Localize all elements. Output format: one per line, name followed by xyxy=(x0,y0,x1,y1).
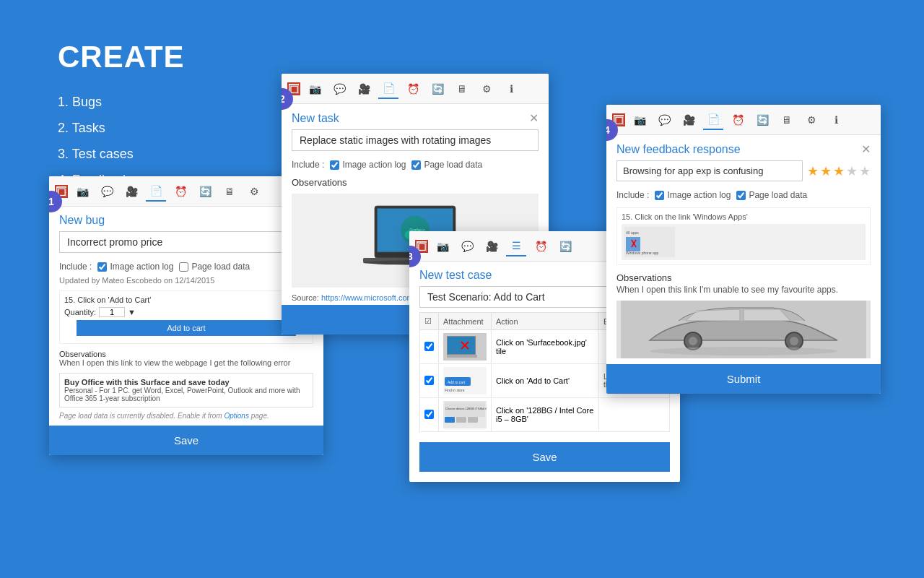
loop-icon[interactable]: 🔄 xyxy=(195,181,215,202)
fb-include-row: Include : Image action log Page load dat… xyxy=(606,186,881,204)
task-close-button[interactable]: ✕ xyxy=(529,111,539,125)
svg-rect-24 xyxy=(468,417,478,423)
page-load-note: Page load data is currently disabled. En… xyxy=(49,410,323,426)
video-icon3[interactable]: 🎥 xyxy=(481,236,502,256)
task-include-page-load[interactable]: Page load data xyxy=(411,160,482,170)
fb-input-row: ★ ★ ★ ★ ★ xyxy=(606,160,881,186)
svg-point-33 xyxy=(689,337,697,345)
camera-icon2[interactable]: 📷 xyxy=(305,79,325,99)
monitor-icon4[interactable]: 🖥 xyxy=(777,110,797,130)
tc-thumb-1 xyxy=(443,333,487,361)
add-to-cart-button[interactable]: Add to cart xyxy=(77,320,296,336)
fb-submit-button[interactable]: Submit xyxy=(606,364,881,394)
svg-point-36 xyxy=(650,347,837,355)
tc-action-1: Click on 'Surfacebook.jpg' tile xyxy=(492,330,599,364)
svg-rect-22 xyxy=(445,417,455,423)
fb-toolbar: ▣ 📷 💬 🎥 📄 ⏰ 🔄 🖥 ⚙ ℹ xyxy=(606,105,881,135)
fb-text-input[interactable] xyxy=(616,160,803,181)
clock-icon[interactable]: ⏰ xyxy=(170,181,191,202)
gear-icon2[interactable]: ⚙ xyxy=(476,79,497,99)
new-feedback-panel: 4 ▣ 📷 💬 🎥 📄 ⏰ 🔄 🖥 ⚙ ℹ New feedback respo… xyxy=(606,105,881,394)
svg-rect-23 xyxy=(456,417,466,423)
svg-text:Windows phone app: Windows phone app xyxy=(626,251,659,255)
tc-col-check: ☑ xyxy=(420,313,439,330)
fb-close-button[interactable]: ✕ xyxy=(861,142,871,156)
camera-icon4[interactable]: 📷 xyxy=(629,110,650,130)
tc-thumb-2: Add to cart Find in store xyxy=(443,367,487,394)
loop-icon2[interactable]: 🔄 xyxy=(427,79,448,99)
bug-include-page-load[interactable]: Page load data xyxy=(179,262,250,272)
fb-include-page-load[interactable]: Page load data xyxy=(736,190,807,200)
doc-icon2[interactable]: 📄 xyxy=(378,79,398,99)
chat-icon3[interactable]: 💬 xyxy=(457,236,477,256)
loop-icon4[interactable]: 🔄 xyxy=(752,110,772,130)
video-icon2[interactable]: 🎥 xyxy=(354,79,374,99)
svg-text:Find in store: Find in store xyxy=(445,388,465,392)
video-icon[interactable]: 🎥 xyxy=(121,181,141,202)
tc-col-attachment: Attachment xyxy=(439,313,492,330)
video-icon4[interactable]: 🎥 xyxy=(679,110,699,130)
bug-screenshot: 15. Click on 'Add to Cart' Quantity: ▼ A… xyxy=(59,290,313,344)
tc-panel-title: New test case xyxy=(419,269,492,282)
clock-icon4[interactable]: ⏰ xyxy=(728,110,748,130)
bug-save-button[interactable]: Save xyxy=(49,426,323,455)
bug-when-open: When I open this link to view the webpag… xyxy=(49,358,323,370)
monitor-icon2[interactable]: 🖥 xyxy=(452,79,472,99)
gear-icon4[interactable]: ⚙ xyxy=(801,110,821,130)
fb-panel-header: New feedback response ✕ xyxy=(606,135,881,160)
svg-text:Add to cart: Add to cart xyxy=(448,380,466,384)
task-title-input[interactable] xyxy=(292,129,539,151)
tc-save-container: Save xyxy=(409,432,680,482)
clock-icon2[interactable]: ⏰ xyxy=(403,79,423,99)
star-2[interactable]: ★ xyxy=(820,163,832,179)
fb-step-text: 15. Click on the link 'Windows Apps' xyxy=(622,212,866,221)
svg-point-35 xyxy=(790,337,798,345)
list-item-testcases: 3. Test cases xyxy=(58,141,193,167)
loop-icon3[interactable]: 🔄 xyxy=(555,236,575,256)
tc-thumb-3: Choose device 128GB i7 64bit i5 xyxy=(443,401,487,428)
star-5[interactable]: ★ xyxy=(859,163,871,179)
quantity-input[interactable] xyxy=(99,307,125,317)
fb-obs-label: Observations xyxy=(606,268,881,285)
bug-title-input[interactable] xyxy=(59,231,313,253)
bug-obs-box: Buy Office with this Surface and save to… xyxy=(59,373,313,407)
chat-icon[interactable]: 💬 xyxy=(97,181,117,202)
task-obs-label: Observations xyxy=(282,174,549,191)
task-include-row: Include : Image action log Page load dat… xyxy=(282,155,549,174)
info-icon2[interactable]: ℹ xyxy=(501,79,521,99)
star-1[interactable]: ★ xyxy=(807,163,819,179)
task-panel-header: New task ✕ xyxy=(282,104,549,129)
monitor-icon[interactable]: 🖥 xyxy=(219,181,240,202)
svg-rect-14 xyxy=(447,355,477,358)
bug-panel-title: New bug xyxy=(59,214,105,227)
fb-step-area: 15. Click on the link 'Windows Apps' All… xyxy=(616,207,871,265)
info-icon4[interactable]: ℹ xyxy=(826,110,846,130)
fb-include-image-log[interactable]: Image action log xyxy=(655,190,731,200)
camera-icon3[interactable]: 📷 xyxy=(432,236,453,256)
page-title: CREATE xyxy=(58,40,193,74)
doc-icon4[interactable]: 📄 xyxy=(703,110,723,130)
list-icon3[interactable]: ☰ xyxy=(506,236,526,256)
table-row: Choose device 128GB i7 64bit i5 Click on… xyxy=(420,398,670,432)
star-4[interactable]: ★ xyxy=(846,163,858,179)
chat-icon2[interactable]: 💬 xyxy=(329,79,349,99)
clock-icon3[interactable]: ⏰ xyxy=(531,236,551,256)
tc-action-3: Click on '128BG / Intel Core i5 – 8GB' xyxy=(492,398,599,432)
tc-save-button[interactable]: Save xyxy=(419,442,670,472)
camera-icon[interactable]: 📷 xyxy=(72,181,92,202)
doc-icon[interactable]: 📄 xyxy=(146,181,166,202)
tc-col-action: Action xyxy=(492,313,599,330)
task-panel-title: New task xyxy=(292,112,339,125)
star-3[interactable]: ★ xyxy=(833,163,845,179)
task-input-container xyxy=(282,129,549,155)
bug-include-image-log[interactable]: Image action log xyxy=(97,262,173,272)
star-rating[interactable]: ★ ★ ★ ★ ★ xyxy=(807,163,871,179)
gear-icon[interactable]: ⚙ xyxy=(244,181,264,202)
list-item-bugs: 1. Bugs xyxy=(58,89,193,115)
fb-car-image xyxy=(616,301,871,358)
options-link[interactable]: Options xyxy=(224,412,248,420)
task-include-image-log[interactable]: Image action log xyxy=(330,160,406,170)
chat-icon4[interactable]: 💬 xyxy=(654,110,674,130)
tc-action-2: Click on 'Add to Cart' xyxy=(492,364,599,398)
svg-text:All apps: All apps xyxy=(626,230,639,235)
